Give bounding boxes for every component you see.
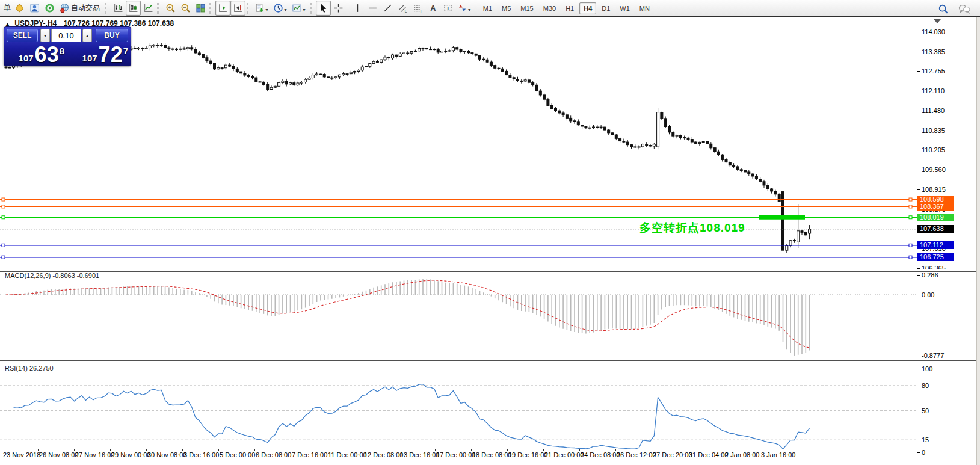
line-handle[interactable] — [2, 216, 5, 219]
volume-input[interactable] — [51, 29, 81, 42]
time-axis-label: 19 Dec 16:00 — [508, 451, 547, 458]
rsi-axis-tick-mark — [917, 386, 920, 386]
text-tool-button[interactable]: A — [425, 1, 440, 16]
line-handle[interactable] — [909, 198, 912, 201]
new-chart-button[interactable]: ▼ — [253, 1, 271, 16]
candle-body — [570, 118, 572, 120]
periods-button[interactable]: ▼ — [271, 1, 290, 16]
auto-scroll-button[interactable] — [215, 1, 230, 16]
volume-down-button[interactable]: ▼ — [40, 29, 50, 42]
timeframe-mn[interactable]: MN — [635, 2, 654, 14]
timeframe-m30[interactable]: M30 — [539, 2, 560, 14]
arrows-tool-button[interactable]: ▼ — [455, 1, 474, 16]
timeframe-m1[interactable]: M1 — [479, 2, 496, 14]
candle-body — [558, 111, 561, 113]
text-label-button[interactable]: T — [440, 1, 455, 16]
time-axis-tick-mark — [74, 449, 75, 451]
chart-annotation-text[interactable]: 多空转折点108.019 — [639, 220, 745, 236]
line-handle[interactable] — [2, 198, 5, 201]
level-price-tag-106.725: 106.725 — [917, 253, 954, 261]
candle-body — [354, 72, 356, 72]
one-click-trading-panel: SELL ▼ ▲ BUY 107 63 8 107 72 7 — [4, 26, 131, 66]
chart-shift-button[interactable] — [230, 1, 245, 16]
line-handle[interactable] — [2, 256, 5, 259]
volume-up-button[interactable]: ▲ — [82, 29, 92, 42]
candle-body — [535, 85, 538, 91]
zoom-in-button[interactable] — [163, 1, 178, 16]
price-axis-tick-mark — [917, 71, 920, 72]
vertical-line-button[interactable] — [350, 1, 365, 16]
chart-shift-marker[interactable] — [934, 19, 941, 23]
line-handle[interactable] — [909, 205, 912, 208]
market-watch-button[interactable] — [12, 1, 27, 16]
horizontal-line-icon — [368, 3, 378, 13]
candle-body — [608, 130, 610, 133]
timeframe-m5[interactable]: M5 — [498, 2, 515, 14]
main-toolbar: 单 自动交易 — [0, 0, 980, 16]
chat-button[interactable] — [957, 1, 972, 16]
candle-body — [418, 48, 421, 51]
search-button[interactable] — [935, 1, 951, 16]
navigator-button[interactable] — [27, 1, 42, 16]
buy-button[interactable]: BUY — [96, 29, 128, 42]
line-chart-button[interactable] — [141, 1, 156, 16]
sell-price-major: 107 — [19, 53, 34, 63]
rsi-chart-canvas[interactable] — [0, 363, 917, 449]
time-axis-tick-mark — [760, 449, 760, 451]
line-handle[interactable] — [909, 216, 912, 219]
rsi-axis-tick-label: 100 — [922, 365, 932, 372]
zoom-out-button[interactable] — [178, 1, 193, 16]
timeframe-w1[interactable]: W1 — [615, 2, 634, 14]
timeframe-d1[interactable]: D1 — [597, 2, 614, 14]
svg-text:E: E — [405, 9, 407, 13]
new-order-button[interactable]: 单 — [2, 3, 12, 13]
macd-chart-canvas[interactable] — [0, 271, 917, 360]
line-handle[interactable] — [2, 244, 5, 247]
candle-body — [141, 48, 144, 49]
crosshair-button[interactable] — [331, 1, 346, 16]
equidistant-channel-icon: E — [398, 3, 408, 13]
toolbar-drag-handle[interactable] — [209, 3, 213, 14]
pane-splitter-rsi[interactable] — [0, 360, 980, 363]
line-handle[interactable] — [2, 205, 5, 208]
candle-body — [164, 45, 167, 48]
window-right-edge — [976, 16, 980, 465]
toolbar-drag-handle[interactable] — [105, 3, 108, 14]
line-chart-icon — [143, 3, 153, 13]
equidistant-channel-button[interactable]: E — [395, 1, 410, 16]
candle-body — [759, 179, 762, 182]
chart-workspace[interactable]: ▲ USDJPY-,H4 107.726 107.769 107.386 107… — [0, 17, 980, 465]
candle-body — [573, 121, 576, 122]
pane-splitter-macd[interactable] — [0, 269, 980, 272]
sell-button[interactable]: SELL — [7, 29, 38, 42]
timeframe-h4[interactable]: H4 — [579, 2, 596, 14]
timeframe-h1[interactable]: H1 — [561, 2, 578, 14]
toolbar-drag-handle[interactable] — [247, 3, 250, 14]
trendline-button[interactable] — [380, 1, 395, 16]
price-chart-canvas[interactable] — [0, 17, 917, 269]
terminal-button[interactable] — [42, 1, 57, 16]
candle-body — [740, 170, 742, 171]
line-handle[interactable] — [909, 256, 912, 259]
candle-body — [251, 76, 254, 78]
horizontal-line-button[interactable] — [365, 1, 380, 16]
candle-body — [653, 144, 655, 146]
candle-body — [528, 80, 530, 82]
templates-button[interactable]: ▼ — [290, 1, 309, 16]
candle-body — [342, 74, 345, 75]
toolbar-drag-handle[interactable] — [157, 3, 161, 14]
cursor-button[interactable] — [316, 1, 331, 16]
autotrading-button[interactable]: 自动交易 — [57, 1, 103, 16]
line-handle[interactable] — [909, 244, 912, 247]
macd-axis-tick-label: -0.8777 — [922, 352, 944, 359]
time-axis-label: 26 Dec 12:00 — [617, 451, 656, 458]
candlestick-chart-button[interactable] — [126, 1, 141, 16]
candle-body — [297, 83, 299, 85]
toolbar-drag-handle[interactable] — [310, 3, 313, 14]
candle-body — [138, 48, 140, 49]
bar-chart-button[interactable] — [111, 1, 126, 16]
tile-windows-button[interactable] — [193, 1, 208, 16]
fibonacci-button[interactable]: F — [410, 1, 425, 16]
trendline-icon — [383, 3, 393, 13]
timeframe-m15[interactable]: M15 — [516, 2, 537, 14]
